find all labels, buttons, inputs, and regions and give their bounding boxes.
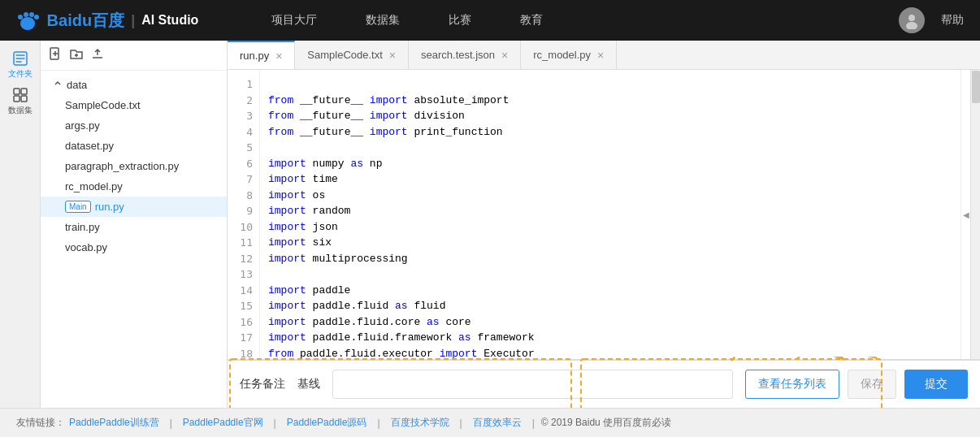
help-link[interactable]: 帮助 xyxy=(941,13,964,28)
tab-run-py[interactable]: run.py × xyxy=(228,41,295,69)
baseline-label: 基线 xyxy=(297,377,320,392)
tab-rcmodel[interactable]: rc_model.py × xyxy=(521,41,617,69)
scrollbar-thumb[interactable] xyxy=(972,71,980,103)
svg-point-2 xyxy=(29,12,34,17)
tab-label: rc_model.py xyxy=(533,49,591,61)
file-name: SampleCode.txt xyxy=(65,99,141,111)
file-name: vocab.py xyxy=(65,241,107,253)
file-tree-content: data SampleCode.txt args.py dataset.py p… xyxy=(41,71,227,408)
nav-item-projects[interactable]: 项目大厅 xyxy=(247,0,341,41)
file-name: dataset.py xyxy=(65,140,114,152)
code-content[interactable]: from __future__ import absolute_import f… xyxy=(260,70,960,359)
nav: 项目大厅 数据集 比赛 教育 xyxy=(247,0,899,41)
task-input[interactable] xyxy=(332,370,733,399)
tab-label: SampleCode.txt xyxy=(307,49,383,61)
file-icon-label: 文件夹 xyxy=(8,68,33,80)
footer-link-paddlesource[interactable]: PaddlePaddle源码 xyxy=(287,416,367,430)
dataset-icon-label: 数据集 xyxy=(8,105,33,116)
nav-item-education[interactable]: 教育 xyxy=(496,0,567,41)
main-content: 文件夹 数据集 xyxy=(0,41,980,408)
avatar[interactable] xyxy=(899,7,925,33)
save-button[interactable]: 保存 xyxy=(848,370,896,399)
sidebar-dataset-icon[interactable]: 数据集 xyxy=(4,85,37,118)
upload-icon[interactable] xyxy=(91,47,104,63)
nav-item-competition[interactable]: 比赛 xyxy=(424,0,496,41)
file-train[interactable]: train.py xyxy=(41,217,227,237)
tab-close-searchtest[interactable]: × xyxy=(501,50,508,61)
footer: 友情链接： PaddlePaddle训练营 | PaddlePaddle官网 |… xyxy=(0,408,980,437)
file-name: run.py xyxy=(95,201,124,213)
tab-close-rcmodel[interactable]: × xyxy=(597,50,604,61)
file-tree-toolbar xyxy=(41,41,227,71)
svg-point-4 xyxy=(20,17,35,30)
file-SampleCode[interactable]: SampleCode.txt xyxy=(41,95,227,115)
folder-name: data xyxy=(67,79,87,91)
sidebar-file-icon[interactable]: 文件夹 xyxy=(4,49,37,81)
tab-close-samplecode[interactable]: × xyxy=(389,50,396,61)
footer-link-paddleofficial[interactable]: PaddlePaddle官网 xyxy=(183,416,263,430)
new-file-icon[interactable] xyxy=(49,47,62,63)
footer-link-baiduai[interactable]: 百度技术学院 xyxy=(391,416,449,430)
tab-bar: run.py × SampleCode.txt × search.test.js… xyxy=(228,41,980,70)
file-name: paragraph_extraction.py xyxy=(65,160,179,172)
footer-link-paddlecamp[interactable]: PaddlePaddle训练营 xyxy=(69,416,159,430)
file-name: rc_model.py xyxy=(65,180,123,193)
svg-rect-8 xyxy=(14,89,20,94)
new-folder-icon[interactable] xyxy=(70,47,83,63)
header: Baidu百度 | AI Studio 项目大厅 数据集 比赛 教育 帮助 xyxy=(0,0,980,41)
file-vocab[interactable]: vocab.py xyxy=(41,237,227,257)
bottom-right-buttons: 查看任务列表 保存 提交 xyxy=(745,370,968,399)
file-tree: data SampleCode.txt args.py dataset.py p… xyxy=(41,41,228,408)
folder-data[interactable]: data xyxy=(41,75,227,95)
file-name: train.py xyxy=(65,221,100,233)
file-run[interactable]: Main run.py xyxy=(41,197,227,217)
footer-prefix: 友情链接： xyxy=(16,416,65,430)
svg-point-3 xyxy=(34,15,39,19)
header-right: 帮助 xyxy=(899,7,964,33)
svg-point-6 xyxy=(906,22,917,29)
tab-spacer xyxy=(617,41,980,69)
svg-point-5 xyxy=(908,15,915,21)
logo: Baidu百度 | AI Studio xyxy=(16,10,198,32)
file-name: args.py xyxy=(65,119,100,132)
svg-point-0 xyxy=(18,15,23,19)
footer-link-baiduefficiency[interactable]: 百度效率云 xyxy=(473,416,522,430)
tab-close-run[interactable]: × xyxy=(275,50,282,62)
collapse-arrow[interactable]: ◀ xyxy=(960,70,970,359)
svg-point-1 xyxy=(24,12,28,17)
svg-rect-10 xyxy=(14,96,20,102)
file-dataset[interactable]: dataset.py xyxy=(41,136,227,156)
file-args[interactable]: args.py xyxy=(41,115,227,136)
svg-rect-9 xyxy=(21,89,27,94)
task-label: 任务备注 xyxy=(240,377,285,392)
file-rcmodel[interactable]: rc_model.py xyxy=(41,176,227,197)
svg-rect-11 xyxy=(21,96,27,102)
scrollbar[interactable] xyxy=(970,70,980,359)
tab-samplecode[interactable]: SampleCode.txt × xyxy=(295,41,409,69)
view-task-button[interactable]: 查看任务列表 xyxy=(745,370,839,399)
footer-copyright: © 2019 Baidu 使用百度前必读 xyxy=(541,416,671,430)
tab-search-test[interactable]: search.test.json × xyxy=(409,41,521,69)
file-paragraph[interactable]: paragraph_extraction.py xyxy=(41,156,227,176)
nav-item-datasets[interactable]: 数据集 xyxy=(341,0,424,41)
line-numbers: 1 2 3 4 5 6 7 8 9 10 11 12 13 14 15 16 1… xyxy=(228,70,260,359)
bottom-panel: 任务备注 基线 查看任务列表 保存 提交 xyxy=(228,359,980,408)
editor-area: run.py × SampleCode.txt × search.test.js… xyxy=(228,41,980,408)
baidu-logo: Baidu百度 xyxy=(16,10,124,32)
submit-button[interactable]: 提交 xyxy=(904,370,968,399)
main-badge: Main xyxy=(65,201,91,213)
tab-label: run.py xyxy=(240,50,269,62)
sidebar-icons: 文件夹 数据集 xyxy=(0,41,41,408)
code-editor: 1 2 3 4 5 6 7 8 9 10 11 12 13 14 15 16 1… xyxy=(228,70,980,359)
tab-label: search.test.json xyxy=(421,49,495,61)
